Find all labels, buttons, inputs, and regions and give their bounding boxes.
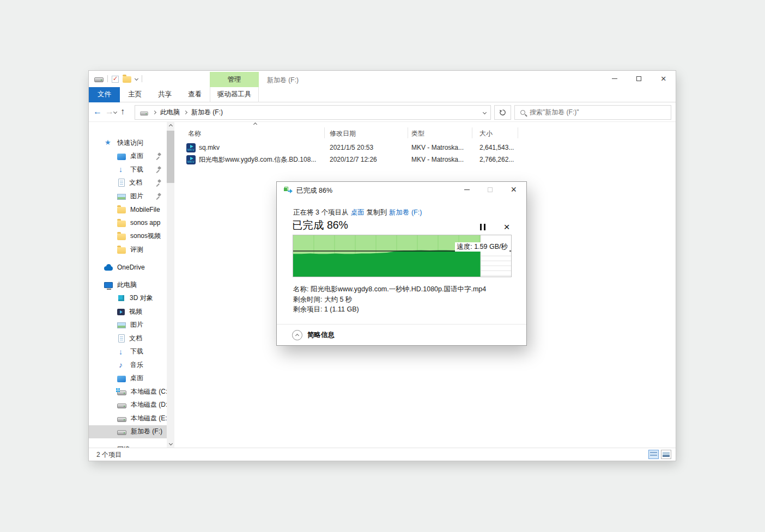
- status-bar: 2 个项目: [89, 448, 676, 461]
- sidebar-item[interactable]: OneDrive: [89, 261, 167, 274]
- sidebar-item[interactable]: 音乐: [89, 358, 167, 372]
- sidebar-item[interactable]: 图片: [89, 189, 167, 203]
- thumbnails-view-button[interactable]: [661, 450, 671, 459]
- up-button[interactable]: ↑: [120, 106, 125, 117]
- sidebar-item[interactable]: 下载: [89, 163, 167, 176]
- address-dropdown-icon[interactable]: [483, 111, 487, 114]
- pause-button[interactable]: [476, 222, 489, 232]
- file-row[interactable]: MKVsq.mkv2021/1/5 20:53MKV - Matroska...…: [174, 142, 676, 154]
- dialog-minimize-button[interactable]: [455, 183, 478, 197]
- less-details-toggle[interactable]: 简略信息: [292, 330, 335, 340]
- column-header-name[interactable]: 名称: [188, 126, 201, 140]
- document-icon: [118, 334, 125, 343]
- destination-link[interactable]: 新加卷 (F:): [389, 209, 422, 216]
- pin-icon: [156, 180, 162, 186]
- breadcrumb-item[interactable]: 新加卷 (F:): [191, 108, 223, 117]
- sidebar-item-label: 此电脑: [117, 280, 137, 290]
- sidebar-item[interactable]: 本地磁盘 (C:): [89, 385, 167, 399]
- sidebar-item[interactable]: 桌面: [89, 150, 167, 163]
- ribbon-tabs: 文件 主页 共享 查看 驱动器工具: [89, 87, 676, 102]
- sidebar-item-label: 评测: [130, 245, 143, 254]
- search-input[interactable]: 搜索"新加卷 (F:)": [514, 105, 671, 120]
- tab-home[interactable]: 主页: [120, 87, 150, 102]
- quick-access-toolbar: [94, 75, 142, 83]
- chevron-up-circle-icon: [292, 330, 302, 340]
- back-button[interactable]: ←: [93, 106, 102, 117]
- sidebar-item[interactable]: 文档: [89, 332, 167, 345]
- address-field[interactable]: 此电脑新加卷 (F:): [135, 105, 491, 120]
- close-button[interactable]: [651, 71, 676, 86]
- sidebar-scrollbar[interactable]: [167, 122, 174, 448]
- sidebar-item[interactable]: sonos视频: [89, 230, 167, 243]
- sidebar-item-label: 音乐: [130, 360, 143, 370]
- copy-progress-dialog: 已完成 86% 正在将 3 个项目从桌面复制到新加卷 (F:) 已完成 86% …: [277, 182, 526, 345]
- minimize-button[interactable]: [602, 71, 627, 86]
- sidebar-item[interactable]: 本地磁盘 (D:): [89, 399, 167, 412]
- folder-icon: [117, 207, 126, 213]
- sidebar-item-label: 本地磁盘 (C:): [131, 387, 167, 396]
- items-count: 2 个项目: [96, 450, 122, 460]
- time-remaining-line: 剩余时间: 大约 5 秒: [293, 295, 486, 305]
- sidebar-item[interactable]: 本地磁盘 (E:): [89, 412, 167, 425]
- breadcrumb-item[interactable]: 此电脑: [160, 108, 180, 117]
- sidebar-item[interactable]: sonos app: [89, 216, 167, 230]
- sidebar-item[interactable]: 快速访问: [89, 136, 167, 150]
- sidebar-item-label: sonos app: [130, 219, 160, 227]
- search-icon: [520, 110, 525, 115]
- window-title: 新加卷 (F:): [267, 76, 299, 85]
- file-name-cell: MKV阳光电影www.ygdy8.com.信条.BD.108...: [186, 155, 323, 164]
- column-header-date[interactable]: 修改日期: [330, 126, 356, 140]
- document-icon: [118, 179, 125, 187]
- tab-file[interactable]: 文件: [89, 87, 120, 102]
- sidebar-item[interactable]: 此电脑: [89, 278, 167, 292]
- mkv-file-icon: MKV: [186, 143, 196, 152]
- sidebar-item[interactable]: 3D 对象: [89, 292, 167, 305]
- sidebar-item[interactable]: 新加卷 (F:): [89, 425, 167, 439]
- dialog-close-button[interactable]: [502, 183, 525, 197]
- maximize-button[interactable]: [627, 71, 651, 86]
- cancel-button[interactable]: [500, 221, 513, 233]
- refresh-button[interactable]: [494, 105, 511, 120]
- tab-view[interactable]: 查看: [180, 87, 210, 102]
- details-view-button[interactable]: [648, 450, 659, 459]
- column-header-size[interactable]: 大小: [479, 126, 493, 140]
- cube-icon: [118, 295, 124, 301]
- pin-icon: [156, 193, 162, 199]
- items-remaining-line: 剩余项目: 1 (1.11 GB): [293, 304, 486, 315]
- separator: [142, 75, 142, 82]
- properties-icon[interactable]: [112, 76, 119, 83]
- video-icon: [117, 309, 125, 315]
- pause-icon: [480, 224, 485, 230]
- desktop: { "colors": { "accent_blue": "#1a6fc4", …: [0, 0, 765, 532]
- file-size-cell: 2,641,543...: [479, 144, 520, 151]
- sidebar-item[interactable]: 桌面: [89, 372, 167, 386]
- sidebar-item[interactable]: 文档: [89, 176, 167, 190]
- speed-chart: 速度: 1.59 GB/秒: [293, 235, 512, 277]
- column-header-type[interactable]: 类型: [411, 126, 424, 140]
- history-dropdown-icon[interactable]: [113, 110, 117, 114]
- scroll-down-icon[interactable]: [167, 439, 174, 448]
- tab-drive-tools[interactable]: 驱动器工具: [210, 87, 259, 102]
- sidebar-item[interactable]: 评测: [89, 243, 167, 256]
- drive-icon[interactable]: [94, 77, 104, 82]
- cloud-icon: [104, 263, 113, 272]
- sidebar-item[interactable]: 下载: [89, 345, 167, 359]
- new-folder-icon[interactable]: [123, 76, 131, 83]
- sidebar-item[interactable]: MobileFile: [89, 203, 167, 217]
- file-row[interactable]: MKV阳光电影www.ygdy8.com.信条.BD.108...2020/12…: [174, 154, 676, 166]
- scroll-up-icon[interactable]: [167, 122, 174, 130]
- breadcrumb: 此电脑新加卷 (F:): [152, 108, 223, 117]
- copy-status-line: 正在将 3 个项目从桌面复制到新加卷 (F:): [293, 208, 424, 217]
- sidebar-item[interactable]: 视频: [89, 305, 167, 319]
- divider: [277, 324, 526, 325]
- file-date-cell: 2021/1/5 20:53: [330, 144, 406, 151]
- picture-icon: [117, 322, 126, 328]
- scrollbar-thumb[interactable]: [167, 131, 174, 183]
- source-link[interactable]: 桌面: [350, 209, 364, 216]
- tab-share[interactable]: 共享: [150, 87, 180, 102]
- sidebar-item[interactable]: 图片: [89, 319, 167, 332]
- chevron-down-icon[interactable]: [135, 77, 138, 81]
- drive-icon: [140, 112, 148, 116]
- sidebar-item[interactable]: 网络: [89, 443, 167, 448]
- titlebar: 管理 新加卷 (F:): [89, 71, 676, 87]
